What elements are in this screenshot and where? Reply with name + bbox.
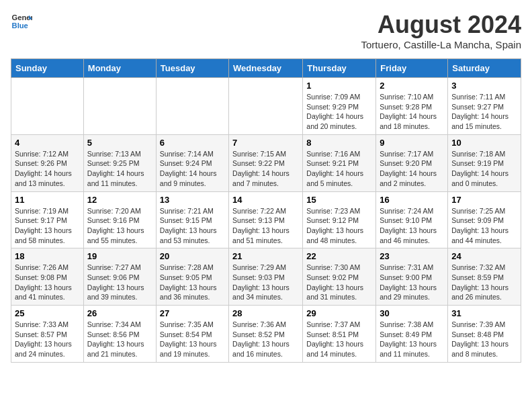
day-info: Sunrise: 7:26 AMSunset: 9:08 PMDaylight:… [15,263,80,302]
day-number: 10 [451,138,517,148]
day-info: Sunrise: 7:24 AMSunset: 9:10 PMDaylight:… [380,206,444,246]
day-info: Sunrise: 7:18 AMSunset: 9:19 PMDaylight:… [451,149,517,189]
day-number: 28 [232,308,299,318]
calendar-week-row: 1Sunrise: 7:09 AMSunset: 9:29 PMDaylight… [11,78,521,135]
svg-text:Blue: Blue [12,21,28,30]
day-number: 21 [232,251,299,261]
calendar-cell: 18Sunrise: 7:26 AMSunset: 9:08 PMDayligh… [11,248,84,306]
calendar-week-row: 11Sunrise: 7:19 AMSunset: 9:17 PMDayligh… [11,191,521,248]
day-info: Sunrise: 7:35 AMSunset: 8:54 PMDaylight:… [160,320,225,359]
day-number: 15 [306,195,372,205]
calendar-cell: 12Sunrise: 7:20 AMSunset: 9:16 PMDayligh… [83,191,156,248]
day-info: Sunrise: 7:10 AMSunset: 9:28 PMDaylight:… [380,92,444,132]
day-info: Sunrise: 7:36 AMSunset: 8:52 PMDaylight:… [232,320,299,359]
calendar-cell: 10Sunrise: 7:18 AMSunset: 9:19 PMDayligh… [448,134,521,191]
calendar-week-row: 25Sunrise: 7:33 AMSunset: 8:57 PMDayligh… [11,306,521,363]
calendar-cell [229,78,303,135]
calendar-week-row: 4Sunrise: 7:12 AMSunset: 9:26 PMDaylight… [11,134,521,191]
calendar-cell: 4Sunrise: 7:12 AMSunset: 9:26 PMDaylight… [11,134,84,191]
calendar-cell: 3Sunrise: 7:11 AMSunset: 9:27 PMDaylight… [448,78,521,135]
calendar-cell: 24Sunrise: 7:32 AMSunset: 8:59 PMDayligh… [448,248,521,306]
day-info: Sunrise: 7:33 AMSunset: 8:57 PMDaylight:… [15,320,80,359]
day-number: 8 [306,138,372,148]
day-info: Sunrise: 7:34 AMSunset: 8:56 PMDaylight:… [87,320,152,359]
calendar-cell: 7Sunrise: 7:15 AMSunset: 9:22 PMDaylight… [229,134,303,191]
calendar-cell: 2Sunrise: 7:10 AMSunset: 9:28 PMDaylight… [376,78,448,135]
calendar-cell: 20Sunrise: 7:28 AMSunset: 9:05 PMDayligh… [156,248,228,306]
day-info: Sunrise: 7:16 AMSunset: 9:21 PMDaylight:… [306,149,372,189]
day-info: Sunrise: 7:32 AMSunset: 8:59 PMDaylight:… [451,263,517,302]
day-info: Sunrise: 7:37 AMSunset: 8:51 PMDaylight:… [306,320,372,359]
day-info: Sunrise: 7:38 AMSunset: 8:49 PMDaylight:… [380,320,444,359]
weekday-header-sunday: Sunday [11,59,84,78]
day-number: 13 [160,195,225,205]
day-info: Sunrise: 7:28 AMSunset: 9:05 PMDaylight:… [160,263,225,302]
day-number: 12 [87,195,152,205]
calendar-cell: 30Sunrise: 7:38 AMSunset: 8:49 PMDayligh… [376,306,448,363]
weekday-header-wednesday: Wednesday [229,59,303,78]
day-number: 3 [451,81,517,91]
day-number: 26 [87,308,152,318]
day-info: Sunrise: 7:09 AMSunset: 9:29 PMDaylight:… [306,92,372,132]
day-number: 1 [306,81,372,91]
calendar-cell: 27Sunrise: 7:35 AMSunset: 8:54 PMDayligh… [156,306,228,363]
day-info: Sunrise: 7:22 AMSunset: 9:13 PMDaylight:… [232,206,299,246]
weekday-header-thursday: Thursday [303,59,376,78]
day-info: Sunrise: 7:15 AMSunset: 9:22 PMDaylight:… [232,149,299,189]
calendar-cell: 17Sunrise: 7:25 AMSunset: 9:09 PMDayligh… [448,191,521,248]
day-number: 20 [160,251,225,261]
day-number: 29 [306,308,372,318]
day-info: Sunrise: 7:19 AMSunset: 9:17 PMDaylight:… [15,206,80,246]
calendar-cell: 19Sunrise: 7:27 AMSunset: 9:06 PMDayligh… [83,248,156,306]
calendar-cell: 9Sunrise: 7:17 AMSunset: 9:20 PMDaylight… [376,134,448,191]
day-number: 17 [451,195,517,205]
day-info: Sunrise: 7:30 AMSunset: 9:02 PMDaylight:… [306,263,372,302]
day-info: Sunrise: 7:23 AMSunset: 9:12 PMDaylight:… [306,206,372,246]
weekday-header-monday: Monday [83,59,156,78]
calendar-cell: 13Sunrise: 7:21 AMSunset: 9:15 PMDayligh… [156,191,228,248]
day-number: 5 [87,138,152,148]
calendar-cell: 1Sunrise: 7:09 AMSunset: 9:29 PMDaylight… [303,78,376,135]
day-number: 4 [15,138,80,148]
calendar-cell: 14Sunrise: 7:22 AMSunset: 9:13 PMDayligh… [229,191,303,248]
day-info: Sunrise: 7:21 AMSunset: 9:15 PMDaylight:… [160,206,225,246]
day-number: 30 [380,308,444,318]
calendar-cell: 28Sunrise: 7:36 AMSunset: 8:52 PMDayligh… [229,306,303,363]
day-number: 18 [15,251,80,261]
day-info: Sunrise: 7:31 AMSunset: 9:00 PMDaylight:… [380,263,444,302]
calendar-cell: 25Sunrise: 7:33 AMSunset: 8:57 PMDayligh… [11,306,84,363]
calendar-cell: 26Sunrise: 7:34 AMSunset: 8:56 PMDayligh… [83,306,156,363]
title-area: August 2024 Tortuero, Castille-La Mancha… [361,11,521,50]
calendar-cell: 23Sunrise: 7:31 AMSunset: 9:00 PMDayligh… [376,248,448,306]
calendar-cell: 15Sunrise: 7:23 AMSunset: 9:12 PMDayligh… [303,191,376,248]
day-number: 6 [160,138,225,148]
calendar-cell: 11Sunrise: 7:19 AMSunset: 9:17 PMDayligh… [11,191,84,248]
day-number: 7 [232,138,299,148]
day-number: 25 [15,308,80,318]
day-info: Sunrise: 7:20 AMSunset: 9:16 PMDaylight:… [87,206,152,246]
logo: General Blue [11,11,32,32]
day-info: Sunrise: 7:12 AMSunset: 9:26 PMDaylight:… [15,149,80,189]
day-info: Sunrise: 7:13 AMSunset: 9:25 PMDaylight:… [87,149,152,189]
day-info: Sunrise: 7:29 AMSunset: 9:03 PMDaylight:… [232,263,299,302]
calendar-cell: 29Sunrise: 7:37 AMSunset: 8:51 PMDayligh… [303,306,376,363]
calendar-cell: 31Sunrise: 7:39 AMSunset: 8:48 PMDayligh… [448,306,521,363]
day-info: Sunrise: 7:14 AMSunset: 9:24 PMDaylight:… [160,149,225,189]
calendar-cell: 21Sunrise: 7:29 AMSunset: 9:03 PMDayligh… [229,248,303,306]
day-number: 11 [15,195,80,205]
day-number: 2 [380,81,444,91]
day-info: Sunrise: 7:39 AMSunset: 8:48 PMDaylight:… [451,320,517,359]
calendar-cell [156,78,228,135]
calendar-table: SundayMondayTuesdayWednesdayThursdayFrid… [11,58,521,363]
day-number: 9 [380,138,444,148]
day-number: 23 [380,251,444,261]
day-number: 16 [380,195,444,205]
day-number: 24 [451,251,517,261]
calendar-cell: 8Sunrise: 7:16 AMSunset: 9:21 PMDaylight… [303,134,376,191]
day-info: Sunrise: 7:27 AMSunset: 9:06 PMDaylight:… [87,263,152,302]
day-info: Sunrise: 7:11 AMSunset: 9:27 PMDaylight:… [451,92,517,132]
weekday-header-tuesday: Tuesday [156,59,228,78]
calendar-cell: 16Sunrise: 7:24 AMSunset: 9:10 PMDayligh… [376,191,448,248]
header: General Blue August 2024 Tortuero, Casti… [11,11,521,50]
calendar-cell [11,78,84,135]
